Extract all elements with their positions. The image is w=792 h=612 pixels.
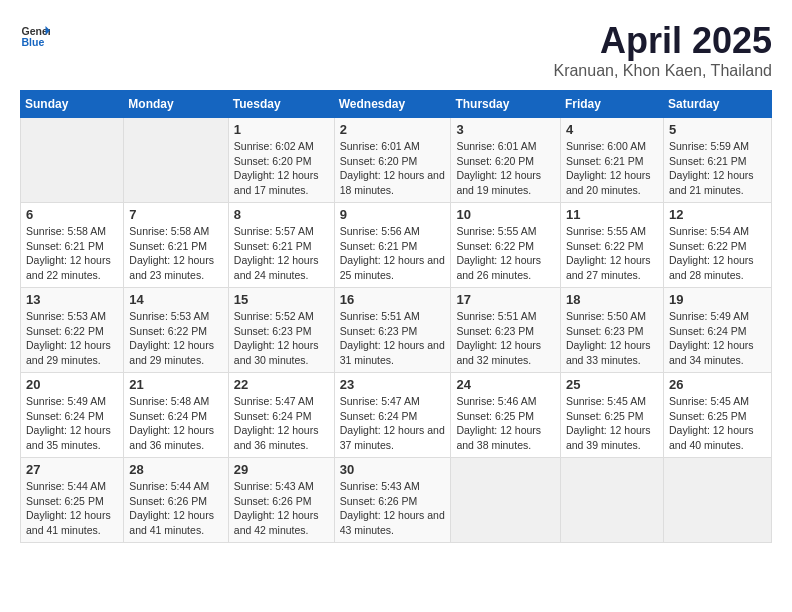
day-info: Sunrise: 5:44 AMSunset: 6:26 PMDaylight:… [129,480,214,536]
day-number: 16 [340,292,446,307]
day-number: 7 [129,207,222,222]
calendar-header: Sunday Monday Tuesday Wednesday Thursday… [21,91,772,118]
calendar-cell: 17 Sunrise: 5:51 AMSunset: 6:23 PMDaylig… [451,288,561,373]
calendar-cell: 21 Sunrise: 5:48 AMSunset: 6:24 PMDaylig… [124,373,228,458]
calendar-cell: 29 Sunrise: 5:43 AMSunset: 6:26 PMDaylig… [228,458,334,543]
day-number: 10 [456,207,555,222]
day-info: Sunrise: 5:48 AMSunset: 6:24 PMDaylight:… [129,395,214,451]
logo: General Blue [20,20,50,50]
col-wednesday: Wednesday [334,91,451,118]
logo-icon: General Blue [20,20,50,50]
title-area: April 2025 Kranuan, Khon Kaen, Thailand [553,20,772,80]
calendar-cell: 28 Sunrise: 5:44 AMSunset: 6:26 PMDaylig… [124,458,228,543]
calendar-cell: 10 Sunrise: 5:55 AMSunset: 6:22 PMDaylig… [451,203,561,288]
calendar-cell [21,118,124,203]
day-info: Sunrise: 5:53 AMSunset: 6:22 PMDaylight:… [26,310,111,366]
main-title: April 2025 [553,20,772,62]
day-info: Sunrise: 5:46 AMSunset: 6:25 PMDaylight:… [456,395,541,451]
calendar-cell: 11 Sunrise: 5:55 AMSunset: 6:22 PMDaylig… [560,203,663,288]
day-number: 23 [340,377,446,392]
page-container: General Blue April 2025 Kranuan, Khon Ka… [20,20,772,543]
day-number: 19 [669,292,766,307]
calendar-cell [124,118,228,203]
day-info: Sunrise: 5:49 AMSunset: 6:24 PMDaylight:… [669,310,754,366]
calendar-cell: 7 Sunrise: 5:58 AMSunset: 6:21 PMDayligh… [124,203,228,288]
day-number: 1 [234,122,329,137]
day-info: Sunrise: 5:51 AMSunset: 6:23 PMDaylight:… [340,310,445,366]
calendar-cell: 13 Sunrise: 5:53 AMSunset: 6:22 PMDaylig… [21,288,124,373]
calendar-cell: 27 Sunrise: 5:44 AMSunset: 6:25 PMDaylig… [21,458,124,543]
day-info: Sunrise: 5:51 AMSunset: 6:23 PMDaylight:… [456,310,541,366]
calendar-week-row: 27 Sunrise: 5:44 AMSunset: 6:25 PMDaylig… [21,458,772,543]
day-number: 20 [26,377,118,392]
day-info: Sunrise: 6:01 AMSunset: 6:20 PMDaylight:… [456,140,541,196]
day-number: 30 [340,462,446,477]
calendar-cell: 18 Sunrise: 5:50 AMSunset: 6:23 PMDaylig… [560,288,663,373]
day-number: 18 [566,292,658,307]
day-number: 6 [26,207,118,222]
calendar-cell: 12 Sunrise: 5:54 AMSunset: 6:22 PMDaylig… [663,203,771,288]
calendar-cell: 14 Sunrise: 5:53 AMSunset: 6:22 PMDaylig… [124,288,228,373]
day-info: Sunrise: 5:47 AMSunset: 6:24 PMDaylight:… [234,395,319,451]
calendar-cell: 25 Sunrise: 5:45 AMSunset: 6:25 PMDaylig… [560,373,663,458]
day-number: 24 [456,377,555,392]
calendar-cell: 20 Sunrise: 5:49 AMSunset: 6:24 PMDaylig… [21,373,124,458]
calendar-cell: 6 Sunrise: 5:58 AMSunset: 6:21 PMDayligh… [21,203,124,288]
calendar-week-row: 20 Sunrise: 5:49 AMSunset: 6:24 PMDaylig… [21,373,772,458]
day-info: Sunrise: 5:56 AMSunset: 6:21 PMDaylight:… [340,225,445,281]
day-info: Sunrise: 5:43 AMSunset: 6:26 PMDaylight:… [340,480,445,536]
day-number: 15 [234,292,329,307]
calendar-cell: 5 Sunrise: 5:59 AMSunset: 6:21 PMDayligh… [663,118,771,203]
calendar-cell: 1 Sunrise: 6:02 AMSunset: 6:20 PMDayligh… [228,118,334,203]
day-number: 26 [669,377,766,392]
calendar-cell: 2 Sunrise: 6:01 AMSunset: 6:20 PMDayligh… [334,118,451,203]
day-info: Sunrise: 6:01 AMSunset: 6:20 PMDaylight:… [340,140,445,196]
calendar-cell: 26 Sunrise: 5:45 AMSunset: 6:25 PMDaylig… [663,373,771,458]
day-number: 5 [669,122,766,137]
col-sunday: Sunday [21,91,124,118]
day-info: Sunrise: 5:55 AMSunset: 6:22 PMDaylight:… [566,225,651,281]
calendar-cell: 19 Sunrise: 5:49 AMSunset: 6:24 PMDaylig… [663,288,771,373]
day-info: Sunrise: 5:53 AMSunset: 6:22 PMDaylight:… [129,310,214,366]
day-number: 11 [566,207,658,222]
col-thursday: Thursday [451,91,561,118]
col-tuesday: Tuesday [228,91,334,118]
day-number: 8 [234,207,329,222]
day-info: Sunrise: 5:49 AMSunset: 6:24 PMDaylight:… [26,395,111,451]
calendar-cell [451,458,561,543]
day-number: 25 [566,377,658,392]
day-number: 29 [234,462,329,477]
header-row: Sunday Monday Tuesday Wednesday Thursday… [21,91,772,118]
col-saturday: Saturday [663,91,771,118]
day-info: Sunrise: 5:45 AMSunset: 6:25 PMDaylight:… [669,395,754,451]
calendar-cell: 30 Sunrise: 5:43 AMSunset: 6:26 PMDaylig… [334,458,451,543]
day-info: Sunrise: 6:00 AMSunset: 6:21 PMDaylight:… [566,140,651,196]
day-info: Sunrise: 5:58 AMSunset: 6:21 PMDaylight:… [129,225,214,281]
day-info: Sunrise: 5:54 AMSunset: 6:22 PMDaylight:… [669,225,754,281]
calendar-body: 1 Sunrise: 6:02 AMSunset: 6:20 PMDayligh… [21,118,772,543]
svg-text:Blue: Blue [22,36,45,48]
day-number: 13 [26,292,118,307]
subtitle: Kranuan, Khon Kaen, Thailand [553,62,772,80]
day-number: 28 [129,462,222,477]
calendar-cell: 3 Sunrise: 6:01 AMSunset: 6:20 PMDayligh… [451,118,561,203]
day-number: 17 [456,292,555,307]
day-info: Sunrise: 5:58 AMSunset: 6:21 PMDaylight:… [26,225,111,281]
header: General Blue April 2025 Kranuan, Khon Ka… [20,20,772,80]
day-info: Sunrise: 5:45 AMSunset: 6:25 PMDaylight:… [566,395,651,451]
calendar-cell: 16 Sunrise: 5:51 AMSunset: 6:23 PMDaylig… [334,288,451,373]
day-info: Sunrise: 5:57 AMSunset: 6:21 PMDaylight:… [234,225,319,281]
day-number: 14 [129,292,222,307]
calendar-week-row: 6 Sunrise: 5:58 AMSunset: 6:21 PMDayligh… [21,203,772,288]
day-info: Sunrise: 5:50 AMSunset: 6:23 PMDaylight:… [566,310,651,366]
day-number: 9 [340,207,446,222]
day-number: 27 [26,462,118,477]
calendar-cell: 4 Sunrise: 6:00 AMSunset: 6:21 PMDayligh… [560,118,663,203]
calendar-cell: 23 Sunrise: 5:47 AMSunset: 6:24 PMDaylig… [334,373,451,458]
day-number: 22 [234,377,329,392]
calendar-table: Sunday Monday Tuesday Wednesday Thursday… [20,90,772,543]
day-info: Sunrise: 5:44 AMSunset: 6:25 PMDaylight:… [26,480,111,536]
day-number: 3 [456,122,555,137]
day-info: Sunrise: 5:52 AMSunset: 6:23 PMDaylight:… [234,310,319,366]
calendar-week-row: 13 Sunrise: 5:53 AMSunset: 6:22 PMDaylig… [21,288,772,373]
